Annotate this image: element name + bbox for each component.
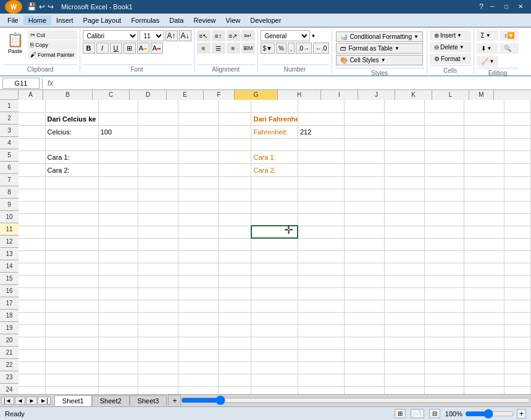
cell-A22[interactable]	[19, 361, 45, 374]
cell-K5[interactable]	[424, 150, 464, 163]
maximize-btn[interactable]: □	[501, 2, 511, 11]
zoom-slider[interactable]	[465, 409, 514, 419]
cell-H6[interactable]	[298, 163, 344, 176]
cell-I6[interactable]	[345, 163, 385, 176]
cell-M15[interactable]	[504, 275, 530, 287]
cell-M19[interactable]	[504, 324, 530, 337]
row-num-4[interactable]: 4	[0, 137, 19, 149]
cell-I20[interactable]	[345, 337, 385, 349]
cell-G20[interactable]	[251, 337, 298, 349]
cell-E2[interactable]	[178, 112, 219, 125]
cell-C13[interactable]	[98, 250, 138, 263]
increase-font-btn[interactable]: A↑	[165, 30, 178, 41]
cell-F24[interactable]	[218, 386, 251, 394]
cell-M16[interactable]	[504, 287, 530, 300]
cell-A12[interactable]	[19, 238, 45, 250]
cell-G15[interactable]	[251, 275, 298, 287]
formula-input[interactable]	[58, 78, 529, 89]
cell-M9[interactable]	[504, 201, 530, 213]
cell-M6[interactable]	[504, 163, 530, 176]
cell-A8[interactable]	[19, 189, 45, 201]
cell-B10[interactable]	[45, 213, 98, 226]
cell-B8[interactable]	[45, 189, 98, 201]
row-num-12[interactable]: 12	[0, 236, 19, 248]
cell-K18[interactable]	[424, 312, 464, 324]
row-num-9[interactable]: 9	[0, 199, 19, 211]
row-num-21[interactable]: 21	[0, 347, 19, 359]
cell-E19[interactable]	[178, 324, 219, 337]
align-center-btn[interactable]: ☰	[212, 43, 225, 54]
sheet-first-btn[interactable]: |◄	[1, 397, 14, 405]
cell-H18[interactable]	[298, 312, 344, 324]
cell-E5[interactable]	[178, 150, 219, 163]
cell-H2[interactable]	[298, 112, 344, 125]
cell-H22[interactable]	[298, 361, 344, 374]
quick-save-icon[interactable]: 💾	[27, 2, 36, 11]
cell-I5[interactable]	[345, 150, 385, 163]
col-header-L[interactable]: L	[432, 90, 469, 100]
cell-M13[interactable]	[504, 250, 530, 263]
sheet-tab-sheet1[interactable]: Sheet1	[54, 395, 92, 406]
cell-C8[interactable]	[98, 189, 138, 201]
cell-M11[interactable]	[504, 226, 530, 238]
cell-E14[interactable]	[178, 263, 219, 275]
cell-G11[interactable]	[251, 226, 298, 238]
cell-F7[interactable]	[218, 176, 251, 189]
cell-G10[interactable]	[251, 213, 298, 226]
cell-L15[interactable]	[464, 275, 504, 287]
cell-F10[interactable]	[218, 213, 251, 226]
cell-F17[interactable]	[218, 300, 251, 312]
cell-L24[interactable]	[464, 386, 504, 394]
cell-A23[interactable]	[19, 374, 45, 386]
italic-button[interactable]: I	[96, 43, 109, 54]
cell-I3[interactable]	[345, 125, 385, 138]
cell-H11[interactable]	[298, 226, 344, 238]
cell-D19[interactable]	[138, 324, 178, 337]
cell-K9[interactable]	[424, 201, 464, 213]
col-header-A[interactable]: A	[19, 90, 43, 100]
increase-decimal-btn[interactable]: ←.0	[313, 43, 329, 54]
cell-D1[interactable]	[138, 100, 178, 112]
cell-C14[interactable]	[98, 263, 138, 275]
menu-developer[interactable]: Developer	[245, 15, 286, 25]
find-select-btn[interactable]: 🔍	[500, 43, 519, 54]
cell-J11[interactable]	[384, 226, 424, 238]
cell-K8[interactable]	[424, 189, 464, 201]
cell-D16[interactable]	[138, 287, 178, 300]
cell-L19[interactable]	[464, 324, 504, 337]
cell-L22[interactable]	[464, 361, 504, 374]
align-top-left-btn[interactable]: ≡↖	[197, 30, 211, 41]
cell-H19[interactable]	[298, 324, 344, 337]
cell-C17[interactable]	[98, 300, 138, 312]
row-num-15[interactable]: 15	[0, 273, 19, 285]
cell-M7[interactable]	[504, 176, 530, 189]
cell-G12[interactable]	[251, 238, 298, 250]
row-num-22[interactable]: 22	[0, 359, 19, 371]
font-family-select[interactable]: Calibri	[83, 30, 138, 41]
cell-C5[interactable]	[98, 150, 138, 163]
cell-M10[interactable]	[504, 213, 530, 226]
cell-G17[interactable]	[251, 300, 298, 312]
border-button[interactable]: ⊞	[123, 43, 136, 54]
cell-E17[interactable]	[178, 300, 219, 312]
help-icon[interactable]: ?	[479, 2, 483, 11]
close-btn[interactable]: ✕	[515, 2, 526, 11]
fill-color-button[interactable]: A▬	[137, 43, 149, 54]
row-num-16[interactable]: 16	[0, 285, 19, 297]
underline-button[interactable]: U	[110, 43, 122, 54]
cell-C11[interactable]	[98, 226, 138, 238]
cell-F3[interactable]	[218, 125, 251, 138]
cell-B3[interactable]: Celcius:	[45, 125, 98, 138]
cell-A2[interactable]	[19, 112, 45, 125]
cell-L10[interactable]	[464, 213, 504, 226]
name-box[interactable]	[2, 78, 40, 89]
cell-D4[interactable]	[138, 138, 178, 150]
cell-F15[interactable]	[218, 275, 251, 287]
cell-M18[interactable]	[504, 312, 530, 324]
cell-J6[interactable]	[384, 163, 424, 176]
cell-B16[interactable]	[45, 287, 98, 300]
align-top-right-btn[interactable]: ≡↗	[227, 30, 240, 41]
row-num-19[interactable]: 19	[0, 322, 19, 334]
cell-G18[interactable]	[251, 312, 298, 324]
cell-L2[interactable]	[464, 112, 504, 125]
